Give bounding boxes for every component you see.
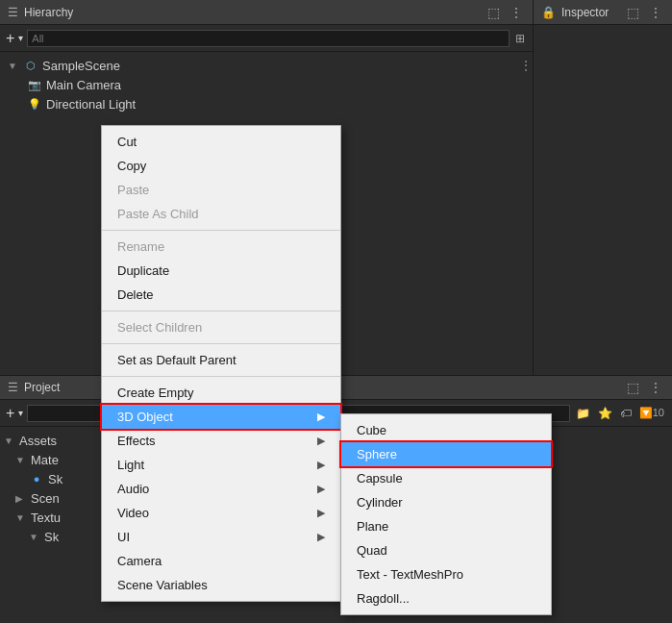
submenu-ragdoll[interactable]: Ragdoll... (341, 586, 551, 611)
context-ui[interactable]: UI ▶ (102, 525, 340, 549)
submenu-cube-label: Cube (357, 423, 386, 437)
directional-light-item[interactable]: 💡 Directional Light (0, 94, 533, 113)
3d-object-arrow-icon: ▶ (317, 411, 325, 423)
context-audio[interactable]: Audio ▶ (102, 477, 340, 501)
submenu-cylinder-label: Cylinder (357, 495, 403, 510)
audio-arrow-icon: ▶ (317, 483, 325, 495)
sk-arrow-2: ▼ (29, 532, 40, 542)
hierarchy-content: ▼ ⬡ SampleScene ⋮ 📷 Main Camera 💡 Direct… (0, 52, 533, 117)
context-cut[interactable]: Cut (102, 130, 340, 154)
project-add-dropdown[interactable]: ▾ (18, 408, 23, 418)
scenes-label: Scen (31, 491, 60, 506)
hierarchy-search-input[interactable] (27, 30, 510, 47)
sk-label-1: Sk (48, 472, 62, 486)
context-3d-object[interactable]: 3D Object ▶ (102, 405, 340, 429)
hierarchy-header-icons: ⬚ ⋮ (485, 5, 525, 20)
submenu-text-mesh-pro-label: Text - TextMeshPro (357, 567, 463, 582)
light-arrow-icon: ▶ (317, 459, 325, 471)
ui-arrow-icon: ▶ (317, 531, 325, 543)
project-header-icons: ⬚ ⋮ (625, 380, 664, 395)
context-cut-label: Cut (117, 135, 137, 149)
context-menu: Cut Copy Paste Paste As Child Rename Dup… (101, 125, 341, 602)
submenu-sphere[interactable]: Sphere (341, 442, 551, 466)
inspector-panel: 🔒 Inspector ⬚ ⋮ (534, 0, 672, 375)
context-rename[interactable]: Rename (102, 235, 340, 259)
context-set-default-parent[interactable]: Set as Default Parent (102, 348, 340, 372)
project-menu-icon[interactable]: ☰ (8, 381, 18, 394)
context-copy[interactable]: Copy (102, 154, 340, 178)
inspector-title: Inspector (561, 6, 609, 19)
context-audio-label: Audio (117, 482, 149, 496)
context-separator-4 (102, 376, 340, 377)
directional-light-icon: 💡 (27, 96, 42, 112)
context-rename-label: Rename (117, 239, 164, 254)
textures-arrow: ▼ (15, 512, 27, 523)
context-scene-variables[interactable]: Scene Variables (102, 573, 340, 597)
hierarchy-title: Hierarchy (24, 6, 73, 19)
textures-label: Textu (31, 511, 61, 525)
hierarchy-menu-icon[interactable]: ☰ (8, 6, 18, 19)
context-select-children[interactable]: Select Children (102, 315, 340, 339)
context-paste[interactable]: Paste (102, 178, 340, 202)
hierarchy-lock-button[interactable]: ⬚ (485, 5, 502, 20)
directional-light-label: Directional Light (46, 97, 136, 112)
submenu-capsule-label: Capsule (357, 471, 403, 486)
main-camera-label: Main Camera (46, 78, 121, 92)
context-camera[interactable]: Camera (102, 549, 340, 573)
context-light[interactable]: Light ▶ (102, 453, 340, 477)
video-arrow-icon: ▶ (317, 507, 325, 519)
project-folder-icon[interactable]: 📁 (574, 407, 592, 420)
submenu-capsule[interactable]: Capsule (341, 466, 551, 490)
hierarchy-add-button[interactable]: + (6, 30, 14, 47)
inspector-lock-icon[interactable]: 🔒 (541, 6, 556, 19)
hierarchy-toolbar: + ▾ ⊞ (0, 25, 533, 52)
scene-item[interactable]: ▼ ⬡ SampleScene ⋮ (0, 56, 533, 75)
context-delete[interactable]: Delete (102, 283, 340, 307)
submenu-cylinder[interactable]: Cylinder (341, 490, 551, 514)
project-tag-icon[interactable]: 🏷 (618, 407, 634, 420)
context-set-default-parent-label: Set as Default Parent (117, 353, 236, 367)
assets-label: Assets (19, 434, 57, 448)
scenes-arrow: ▶ (15, 493, 27, 504)
scene-kebab-icon[interactable]: ⋮ (519, 58, 533, 73)
context-video[interactable]: Video ▶ (102, 501, 340, 525)
scene-icon: ⬡ (23, 58, 38, 73)
submenu-cube[interactable]: Cube (341, 418, 551, 442)
context-video-label: Video (117, 506, 149, 520)
main-camera-item[interactable]: 📷 Main Camera (0, 75, 533, 94)
context-effects[interactable]: Effects ▶ (102, 429, 340, 453)
context-camera-label: Camera (117, 554, 162, 568)
context-delete-label: Delete (117, 287, 154, 302)
camera-icon: 📷 (27, 77, 42, 92)
hierarchy-search-options[interactable]: ⊞ (513, 32, 527, 45)
context-select-children-label: Select Children (117, 320, 202, 335)
project-lock-button[interactable]: ⬚ (625, 380, 641, 395)
hierarchy-more-button[interactable]: ⋮ (508, 5, 525, 20)
inspector-header-icons: ⬚ ⋮ (625, 5, 664, 20)
context-separator-1 (102, 230, 340, 231)
context-scene-variables-label: Scene Variables (117, 578, 208, 592)
submenu-quad[interactable]: Quad (341, 538, 551, 562)
materials-label: Mate (31, 453, 59, 467)
context-create-empty[interactable]: Create Empty (102, 381, 340, 405)
inspector-lock-button[interactable]: ⬚ (625, 5, 641, 20)
materials-arrow: ▼ (15, 455, 27, 465)
project-more-button[interactable]: ⋮ (647, 380, 664, 395)
submenu-text-mesh-pro[interactable]: Text - TextMeshPro (341, 562, 551, 586)
sk-label-2: Sk (44, 530, 59, 544)
context-duplicate[interactable]: Duplicate (102, 259, 340, 283)
inspector-header: 🔒 Inspector ⬚ ⋮ (534, 0, 672, 25)
submenu-ragdoll-label: Ragdoll... (357, 591, 410, 606)
hierarchy-header: ☰ Hierarchy ⬚ ⋮ (0, 0, 533, 25)
project-filter-icon[interactable]: 🔽10 (637, 407, 666, 419)
context-separator-3 (102, 343, 340, 344)
project-add-button[interactable]: + (6, 405, 14, 422)
context-paste-as-child[interactable]: Paste As Child (102, 202, 340, 226)
submenu-sphere-label: Sphere (357, 447, 397, 461)
scene-arrow: ▼ (8, 61, 19, 71)
inspector-more-button[interactable]: ⋮ (647, 5, 664, 20)
project-star-icon[interactable]: ⭐ (596, 407, 614, 420)
submenu-plane[interactable]: Plane (341, 514, 551, 538)
project-title: Project (24, 381, 60, 394)
hierarchy-add-dropdown[interactable]: ▾ (18, 33, 23, 43)
